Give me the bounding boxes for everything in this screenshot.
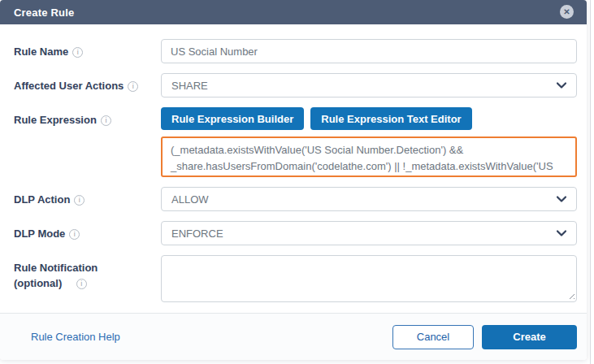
affected-user-actions-select[interactable]: SHARE <box>161 73 577 98</box>
modal-footer: Rule Creation Help Cancel Create <box>0 313 587 360</box>
rule-expression-builder-button[interactable]: Rule Expression Builder <box>161 107 304 130</box>
dlp-action-label: DLP Actioni <box>14 187 161 208</box>
dlp-mode-select[interactable]: ENFORCE <box>161 221 577 245</box>
modal-title: Create Rule <box>14 6 74 19</box>
create-rule-form: Rule Namei Affected User Actionsi SHARE <box>0 24 587 302</box>
create-button[interactable]: Create <box>482 325 577 349</box>
info-icon[interactable]: i <box>76 279 87 289</box>
chevron-down-icon <box>557 230 566 236</box>
dlp-mode-label: DLP Modei <box>14 221 161 242</box>
rule-name-row: Rule Namei <box>14 39 577 63</box>
affected-user-actions-label: Affected User Actionsi <box>14 73 161 94</box>
dlp-mode-row: DLP Modei ENFORCE <box>14 221 577 245</box>
rule-notification-row: Rule Notification (optional) i <box>14 255 577 302</box>
affected-user-actions-row: Affected User Actionsi SHARE <box>14 73 577 98</box>
dlp-action-row: DLP Actioni ALLOW <box>14 187 577 211</box>
chevron-down-icon <box>557 82 566 89</box>
info-icon[interactable]: i <box>74 195 85 206</box>
modal-header: Create Rule ✕ <box>0 0 587 24</box>
selected-value: ENFORCE <box>171 228 223 240</box>
info-icon[interactable]: i <box>72 47 83 58</box>
cancel-button[interactable]: Cancel <box>392 325 474 349</box>
rule-notification-label: Rule Notification (optional) i <box>14 255 161 292</box>
info-icon[interactable]: i <box>69 229 80 240</box>
background-edge-line <box>590 0 591 364</box>
page: Create Rule ✕ Rule Namei Affected User A… <box>0 0 594 364</box>
rule-expression-label: Rule Expressioni <box>14 107 161 128</box>
rule-expression-row: Rule Expressioni Rule Expression Builder… <box>14 107 577 177</box>
create-rule-modal: Create Rule ✕ Rule Namei Affected User A… <box>0 0 587 360</box>
rule-name-label: Rule Namei <box>14 39 161 60</box>
rule-creation-help-link[interactable]: Rule Creation Help <box>31 331 120 343</box>
rule-expression-text-editor-button[interactable]: Rule Expression Text Editor <box>310 107 471 130</box>
info-icon[interactable]: i <box>101 115 111 126</box>
rule-name-input[interactable] <box>161 39 577 63</box>
close-icon[interactable]: ✕ <box>560 5 574 19</box>
selected-value: SHARE <box>171 80 208 92</box>
selected-value: ALLOW <box>171 193 209 206</box>
info-icon[interactable]: i <box>128 81 138 92</box>
rule-notification-textarea[interactable] <box>161 255 577 302</box>
chevron-down-icon <box>557 196 566 202</box>
rule-expression-textarea[interactable]: (_metadata.existsWithValue('US Social Nu… <box>161 136 577 177</box>
dlp-action-select[interactable]: ALLOW <box>161 187 577 211</box>
